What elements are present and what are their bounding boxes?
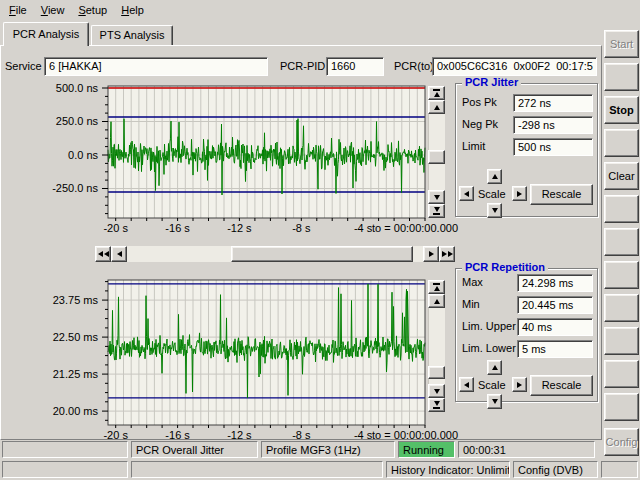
jitter-rescale-button[interactable]: Rescale (530, 184, 593, 205)
double-right-arrow-icon (448, 251, 453, 257)
svg-text:to = 00:00:00.000: to = 00:00:00.000 (372, 222, 458, 234)
blank-button-8[interactable] (604, 360, 639, 388)
time-scrollbar-track[interactable] (127, 246, 423, 262)
limit-label: Limit (462, 140, 485, 152)
scrollbar-track[interactable] (428, 114, 445, 190)
scrollbar-track[interactable] (428, 308, 445, 384)
scroll-left-button[interactable] (111, 246, 127, 262)
scroll-up-button[interactable] (428, 100, 445, 114)
menu-help[interactable]: Help (114, 2, 151, 18)
svg-text:21.25 ms: 21.25 ms (53, 368, 99, 380)
blank-button-4[interactable] (604, 228, 639, 256)
scroll-up-button[interactable] (428, 294, 445, 308)
repetition-rescale-button[interactable]: Rescale (530, 375, 593, 396)
svg-text:20.00 ms: 20.00 ms (53, 405, 99, 417)
svg-text:to = 00:00:00.000: to = 00:00:00.000 (372, 429, 458, 441)
svg-text:-8 s: -8 s (292, 222, 311, 234)
jitter-chart-vertical-scrollbar[interactable] (428, 86, 445, 218)
svg-text:-250.0 ns: -250.0 ns (52, 182, 98, 194)
menu-view[interactable]: View (34, 2, 72, 18)
config-button[interactable]: Config (604, 428, 639, 456)
blank-button-2[interactable] (604, 129, 639, 157)
svg-text:-4 s: -4 s (354, 222, 373, 234)
status-measurement: PCR Overall Jitter (131, 441, 258, 458)
down-arrow-icon (434, 195, 440, 200)
status2-cell-empty3 (601, 461, 638, 478)
tab-pcr-analysis[interactable]: PCR Analysis (3, 22, 89, 46)
down-arrow-icon (492, 208, 498, 213)
blank-button-9[interactable] (604, 393, 639, 421)
scale-right-button[interactable] (512, 377, 527, 392)
scroll-to-bottom-button[interactable] (428, 204, 445, 218)
scroll-to-top-button[interactable] (428, 280, 445, 294)
scrollbar-thumb[interactable] (428, 150, 445, 164)
scroll-to-bottom-button[interactable] (428, 398, 445, 412)
status-config-standard: Config (DVB) (513, 461, 598, 478)
up-arrow-icon (492, 365, 498, 370)
svg-text:-20 s: -20 s (103, 222, 128, 234)
time-scrollbar-thumb[interactable] (231, 246, 413, 262)
blank-button-1[interactable] (604, 63, 639, 91)
scale-down-button[interactable] (487, 203, 502, 218)
svg-text:-16 s: -16 s (165, 429, 190, 441)
service-label: Service (5, 60, 42, 72)
up-arrow-icon (434, 286, 440, 291)
jitter-scale-controls: Scale Rescale (456, 169, 599, 218)
pcr-to-label: PCR(to) (394, 60, 434, 72)
pcr-repetition-panel-title: PCR Repetition (462, 261, 548, 273)
up-arrow-icon (434, 105, 440, 110)
svg-text:-16 s: -16 s (165, 222, 190, 234)
scroll-right-button[interactable] (423, 246, 439, 262)
scroll-to-top-button[interactable] (428, 86, 445, 100)
svg-text:-4 s: -4 s (354, 429, 373, 441)
tab-pts-analysis[interactable]: PTS Analysis (91, 25, 173, 45)
scale-label: Scale (478, 188, 506, 200)
clear-button[interactable]: Clear (604, 162, 639, 190)
start-button[interactable]: Start (604, 30, 639, 58)
neg-pk-label: Neg Pk (462, 118, 498, 130)
menu-setup[interactable]: Setup (71, 2, 114, 18)
status-history-indicator: History Indicator: Unlimited (386, 461, 510, 478)
menu-file[interactable]: File (2, 2, 34, 18)
down-arrow-icon (434, 207, 440, 212)
min-value: 20.445 ms (517, 296, 593, 314)
scroll-down-button[interactable] (428, 384, 445, 398)
svg-text:22.50 ms: 22.50 ms (53, 331, 99, 343)
status-cell-empty (2, 441, 128, 458)
lim-upper-label: Lim. Upper (462, 320, 516, 332)
double-left-arrow-icon (98, 251, 103, 257)
max-label: Max (462, 276, 483, 288)
blank-button-7[interactable] (604, 327, 639, 355)
status-profile: Profile MGF3 (1Hz) (261, 441, 395, 458)
scroll-to-top-icon (433, 283, 440, 285)
scale-right-button[interactable] (512, 186, 527, 201)
blank-button-3[interactable] (604, 195, 639, 223)
scroll-to-top-icon (433, 89, 440, 91)
scale-up-button[interactable] (487, 360, 502, 375)
double-right-arrow-icon (442, 251, 447, 257)
scroll-down-button[interactable] (428, 190, 445, 204)
time-scrollbar[interactable] (95, 246, 455, 262)
scale-left-button[interactable] (459, 377, 474, 392)
stop-button[interactable]: Stop (604, 96, 639, 124)
status2-cell-empty (2, 461, 128, 478)
blank-button-5[interactable] (604, 261, 639, 289)
left-arrow-icon (464, 382, 469, 388)
scale-left-button[interactable] (459, 186, 474, 201)
scale-up-button[interactable] (487, 169, 502, 184)
svg-text:0.0 ns: 0.0 ns (68, 149, 98, 161)
pcr-jitter-panel: PCR Jitter Pos Pk 272 ns Neg Pk -298 ns … (455, 83, 598, 217)
svg-text:-20 s: -20 s (103, 429, 128, 441)
service-field[interactable]: 6 [HAKKA] (44, 57, 268, 76)
status-elapsed-time: 00:00:31 (458, 441, 595, 458)
scroll-far-left-button[interactable] (95, 246, 111, 262)
down-arrow-icon (492, 399, 498, 404)
scroll-far-right-button[interactable] (439, 246, 455, 262)
repetition-chart-vertical-scrollbar[interactable] (428, 280, 445, 412)
pcr-pid-field[interactable]: 1660 (326, 57, 384, 76)
scrollbar-thumb[interactable] (428, 366, 445, 379)
blank-button-6[interactable] (604, 294, 639, 322)
scale-down-button[interactable] (487, 394, 502, 409)
pcr-to-field: 0x005C6C316 0x00F2 00:17:5 (432, 57, 597, 76)
down-arrow-icon (434, 389, 440, 394)
